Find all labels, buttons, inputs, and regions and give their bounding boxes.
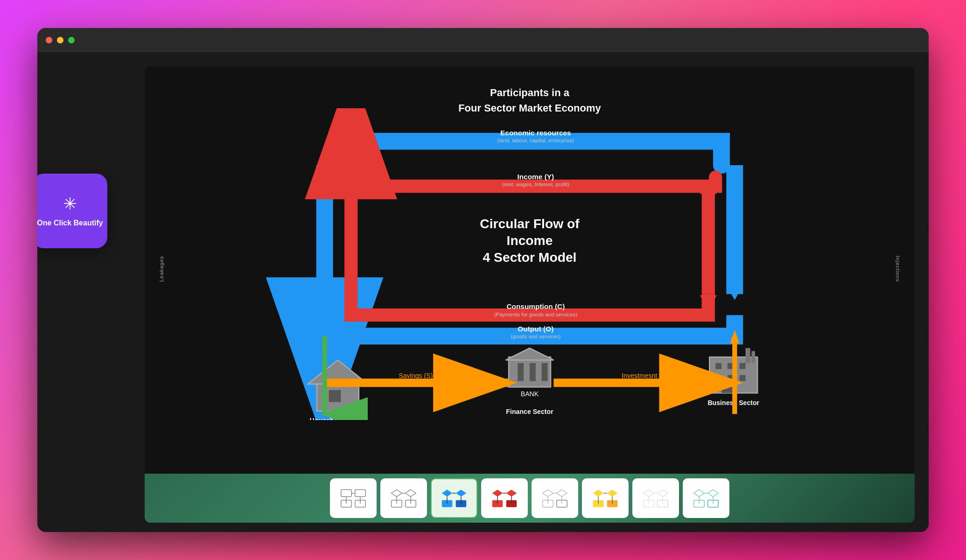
svg-text:Savings (S): Savings (S) xyxy=(399,372,433,379)
close-button[interactable] xyxy=(46,37,52,43)
toolbar-item-outline-flow[interactable] xyxy=(330,478,377,518)
toolbar-item-gray-outline[interactable] xyxy=(532,478,578,518)
svg-text:Household Sector: Household Sector xyxy=(309,417,366,420)
svg-text:Circular Flow of: Circular Flow of xyxy=(480,216,580,231)
svg-text:(goods and services): (goods and services) xyxy=(511,334,560,339)
svg-rect-45 xyxy=(530,363,536,381)
svg-text:Consumption (C): Consumption (C) xyxy=(506,302,565,310)
svg-marker-91 xyxy=(593,490,604,497)
svg-marker-64 xyxy=(406,490,416,497)
diagram-area: Participants in a Four Sector Market Eco… xyxy=(131,52,929,532)
svg-rect-57 xyxy=(355,490,366,497)
svg-marker-84 xyxy=(543,490,553,497)
plugin-badge[interactable]: ✳ One Click Beautify xyxy=(37,174,107,248)
svg-marker-105 xyxy=(694,490,705,497)
toolbar-item-white-outline[interactable] xyxy=(632,478,679,518)
svg-rect-56 xyxy=(341,490,352,497)
diagram-inner: Participants in a Four Sector Market Eco… xyxy=(145,66,915,471)
svg-rect-39 xyxy=(745,348,750,363)
svg-marker-77 xyxy=(492,490,503,497)
svg-marker-99 xyxy=(658,490,668,497)
svg-rect-40 xyxy=(751,351,755,363)
diagram-container: Participants in a Four Sector Market Eco… xyxy=(145,66,915,523)
svg-text:(rent, wages, Interest, profit: (rent, wages, Interest, profit) xyxy=(502,182,570,187)
maximize-button[interactable] xyxy=(68,37,75,43)
svg-text:Investmesnt (I): Investmesnt (I) xyxy=(622,372,665,379)
toolbar-item-outline-flow-2[interactable] xyxy=(380,478,427,518)
plugin-icon: ✳ xyxy=(63,194,77,214)
svg-marker-98 xyxy=(644,490,654,497)
svg-text:(Payments for goods and servic: (Payments for goods and services) xyxy=(494,312,578,317)
plugin-label: One Click Beautify xyxy=(37,218,103,228)
toolbar-item-blue-filled[interactable] xyxy=(431,478,477,518)
svg-marker-70 xyxy=(442,490,453,497)
toolbar-item-red-filled[interactable] xyxy=(481,478,528,518)
minimize-button[interactable] xyxy=(57,37,63,43)
svg-marker-92 xyxy=(607,490,618,497)
svg-marker-106 xyxy=(708,490,719,497)
svg-rect-34 xyxy=(740,363,746,369)
svg-marker-71 xyxy=(456,490,467,497)
svg-text:Finance Sector: Finance Sector xyxy=(506,408,553,415)
toolbar-item-teal-outline[interactable] xyxy=(683,478,729,518)
flow-diagram: Economic resources (land, labour, capita… xyxy=(145,108,915,420)
svg-text:4 Sector Model: 4 Sector Model xyxy=(483,250,577,265)
svg-text:Income: Income xyxy=(507,233,553,248)
svg-marker-85 xyxy=(557,490,567,497)
svg-text:(land, labour, capital, enterp: (land, labour, capital, enterprise) xyxy=(497,138,574,143)
svg-rect-32 xyxy=(715,363,721,369)
toolbar-item-yellow-filled[interactable] xyxy=(582,478,629,518)
window-content: ✳ One Click Beautify Participants in a F… xyxy=(37,52,929,532)
svg-rect-44 xyxy=(518,363,524,381)
svg-rect-37 xyxy=(740,375,746,381)
svg-text:Economic resources: Economic resources xyxy=(500,129,571,137)
svg-marker-63 xyxy=(392,490,402,497)
svg-text:BANK: BANK xyxy=(521,390,539,398)
svg-marker-78 xyxy=(506,490,517,497)
title-bar xyxy=(37,28,929,52)
svg-text:Output (O): Output (O) xyxy=(518,325,553,333)
diagram-toolbar xyxy=(145,474,915,523)
svg-rect-29 xyxy=(329,390,341,402)
app-window: ✳ One Click Beautify Participants in a F… xyxy=(37,28,929,532)
svg-text:Income (Y): Income (Y) xyxy=(517,173,554,181)
svg-rect-46 xyxy=(542,363,548,381)
svg-marker-43 xyxy=(506,348,554,360)
